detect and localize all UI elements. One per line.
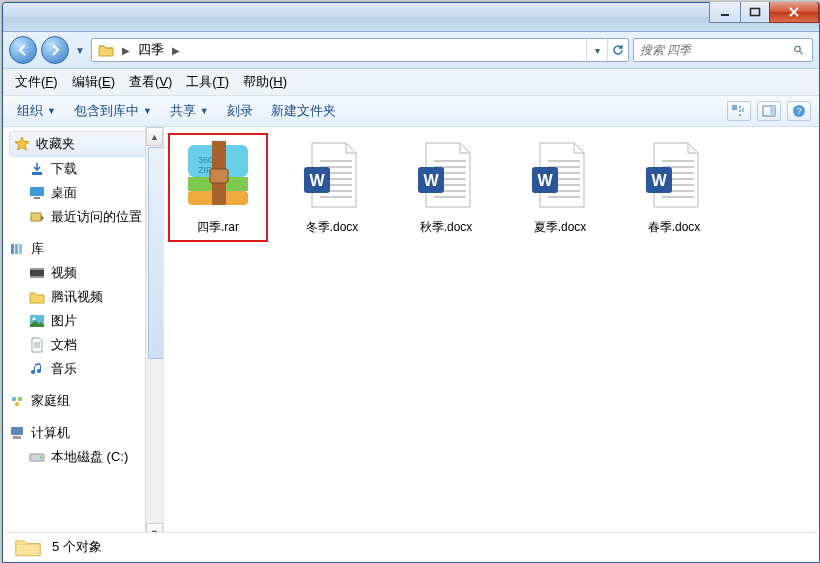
sidebar-item-label: 音乐 xyxy=(51,360,77,378)
share-button[interactable]: 共享 ▼ xyxy=(164,100,215,122)
menu-file[interactable]: 文件(F) xyxy=(9,71,64,93)
svg-text:W: W xyxy=(651,172,667,189)
menu-bar: 文件(F) 编辑(E) 查看(V) 工具(T) 帮助(H) xyxy=(3,69,819,96)
minimize-button[interactable] xyxy=(709,2,741,23)
file-item[interactable]: W 秋季.docx xyxy=(402,139,490,236)
svg-rect-3 xyxy=(732,105,737,110)
docx-icon: W xyxy=(638,139,710,211)
newfolder-button[interactable]: 新建文件夹 xyxy=(265,100,342,122)
breadcrumb-chevron-icon[interactable]: ▶ xyxy=(170,45,182,56)
file-label: 四季.rar xyxy=(174,219,262,236)
file-item[interactable]: W 春季.docx xyxy=(630,139,718,236)
file-list[interactable]: 360 ZIP 四季.rar W 冬季.docx W 秋季.docx xyxy=(164,127,819,542)
svg-point-22 xyxy=(33,318,36,321)
menu-view[interactable]: 查看(V) xyxy=(123,71,178,93)
svg-rect-12 xyxy=(30,187,44,196)
file-item[interactable]: W 夏季.docx xyxy=(516,139,604,236)
include-button[interactable]: 包含到库中 ▼ xyxy=(68,100,158,122)
scroll-up-button[interactable]: ▲ xyxy=(146,127,163,146)
close-button[interactable] xyxy=(769,2,819,23)
status-text: 5 个对象 xyxy=(52,538,102,556)
svg-rect-19 xyxy=(30,268,44,270)
sidebar-item-label: 本地磁盘 (C:) xyxy=(51,448,128,466)
sidebar-item-label: 最近访问的位置 xyxy=(51,208,142,226)
svg-point-25 xyxy=(15,402,19,406)
menu-help[interactable]: 帮助(H) xyxy=(237,71,293,93)
sidebar-recent[interactable]: 最近访问的位置 xyxy=(9,205,157,229)
homegroup-icon xyxy=(9,393,25,409)
back-button[interactable] xyxy=(9,36,37,64)
address-dropdown[interactable]: ▾ xyxy=(586,39,607,61)
sidebar-item-label: 腾讯视频 xyxy=(51,288,103,306)
file-item[interactable]: 360 ZIP 四季.rar xyxy=(174,139,262,236)
view-options-button[interactable] xyxy=(727,101,751,121)
sidebar-downloads[interactable]: 下载 xyxy=(9,157,157,181)
sidebar-item-label: 视频 xyxy=(51,264,77,282)
music-icon xyxy=(29,361,45,377)
svg-rect-27 xyxy=(13,436,21,439)
picture-icon xyxy=(29,313,45,329)
burn-button[interactable]: 刻录 xyxy=(221,100,259,122)
svg-rect-36 xyxy=(210,169,228,183)
svg-point-23 xyxy=(12,397,16,401)
sidebar-documents[interactable]: 文档 xyxy=(9,333,157,357)
svg-rect-20 xyxy=(30,276,44,278)
sidebar-local-c[interactable]: 本地磁盘 (C:) xyxy=(9,445,157,469)
sidebar-item-label: 桌面 xyxy=(51,184,77,202)
computer-icon xyxy=(9,425,25,441)
svg-text:360: 360 xyxy=(198,155,213,165)
sidebar-item-label: 家庭组 xyxy=(31,392,70,410)
sidebar-item-label: 文档 xyxy=(51,336,77,354)
svg-rect-13 xyxy=(34,197,40,199)
sidebar-desktop[interactable]: 桌面 xyxy=(9,181,157,205)
folder-icon xyxy=(29,289,45,305)
help-button[interactable]: ? xyxy=(787,101,811,121)
document-icon xyxy=(29,337,45,353)
sidebar-pictures[interactable]: 图片 xyxy=(9,309,157,333)
address-bar[interactable]: ▶ 四季 ▶ ▾ xyxy=(91,38,629,62)
command-bar: 组织 ▼ 包含到库中 ▼ 共享 ▼ 刻录 新建文件夹 ? xyxy=(3,96,819,127)
svg-rect-11 xyxy=(32,172,42,175)
svg-rect-8 xyxy=(770,106,775,116)
folder-icon xyxy=(92,39,120,61)
svg-rect-15 xyxy=(11,244,14,254)
sidebar-computer[interactable]: 计算机 xyxy=(9,421,157,445)
svg-rect-14 xyxy=(31,213,41,221)
svg-rect-1 xyxy=(751,9,760,16)
video-icon xyxy=(29,265,45,281)
svg-point-29 xyxy=(40,457,42,459)
sidebar-item-label: 库 xyxy=(31,240,44,258)
recent-icon xyxy=(29,209,45,225)
sidebar-tencent[interactable]: 腾讯视频 xyxy=(9,285,157,309)
sidebar-libraries[interactable]: 库 xyxy=(9,237,157,261)
docx-icon: W xyxy=(524,139,596,211)
sidebar-videos[interactable]: 视频 xyxy=(9,261,157,285)
rar-icon: 360 ZIP xyxy=(182,139,254,211)
svg-rect-6 xyxy=(739,114,741,116)
svg-rect-17 xyxy=(19,244,22,254)
forward-button[interactable] xyxy=(41,36,69,64)
explorer-window: ▼ ▶ 四季 ▶ ▾ 文件(F) 编辑(E) 查看(V) 工具(T) 帮助(H)… xyxy=(2,2,820,563)
sidebar-item-label: 图片 xyxy=(51,312,77,330)
content-area: 收藏夹 下载 桌面 最近访问的位置 库 视频 腾讯视频 图片 文档 音乐 家庭组… xyxy=(3,127,819,542)
svg-text:W: W xyxy=(537,172,553,189)
file-item[interactable]: W 冬季.docx xyxy=(288,139,376,236)
sidebar-music[interactable]: 音乐 xyxy=(9,357,157,381)
nav-history-dropdown[interactable]: ▼ xyxy=(73,45,87,56)
sidebar-scrollbar[interactable]: ▲ ▼ xyxy=(145,127,163,542)
star-icon xyxy=(14,136,30,152)
menu-edit[interactable]: 编辑(E) xyxy=(66,71,121,93)
sidebar-favorites[interactable]: 收藏夹 xyxy=(9,131,157,157)
maximize-button[interactable] xyxy=(740,2,770,23)
docx-icon: W xyxy=(410,139,482,211)
breadcrumb-folder[interactable]: 四季 xyxy=(132,39,170,61)
search-box[interactable] xyxy=(633,38,813,62)
refresh-button[interactable] xyxy=(607,39,628,61)
menu-tools[interactable]: 工具(T) xyxy=(180,71,235,93)
sidebar-homegroup[interactable]: 家庭组 xyxy=(9,389,157,413)
nav-row: ▼ ▶ 四季 ▶ ▾ xyxy=(3,32,819,69)
organize-button[interactable]: 组织 ▼ xyxy=(11,100,62,122)
search-input[interactable] xyxy=(638,42,793,58)
preview-pane-button[interactable] xyxy=(757,101,781,121)
scroll-thumb[interactable] xyxy=(148,147,164,359)
